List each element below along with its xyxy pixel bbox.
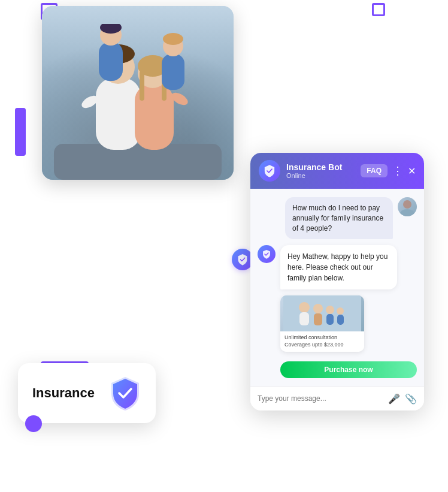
- microphone-icon[interactable]: 🎤: [388, 393, 400, 405]
- user-message-row: How much do I need to pay annually for f…: [258, 197, 417, 239]
- chat-insurance-image-card: Unlimited consultation Coverages upto $2…: [280, 295, 364, 351]
- svg-point-17: [403, 200, 411, 209]
- chat-messages-area: How much do I need to pay annually for f…: [250, 189, 424, 387]
- svg-rect-7: [140, 71, 144, 101]
- svg-rect-27: [337, 315, 344, 325]
- bot-name: Insurance Bot: [286, 162, 355, 172]
- svg-rect-9: [99, 42, 123, 81]
- shield-icon-container: [109, 375, 141, 411]
- bot-status: Online: [286, 172, 355, 179]
- insurance-card: Insurance: [18, 363, 156, 423]
- bot-message-avatar: [258, 245, 276, 263]
- faq-button[interactable]: FAQ: [361, 164, 388, 177]
- chat-header: Insurance Bot Online FAQ ⋮ ✕: [250, 153, 424, 189]
- family-silhouette-svg: [42, 24, 234, 180]
- svg-rect-21: [299, 312, 309, 325]
- chat-message-input[interactable]: [258, 394, 383, 403]
- svg-rect-1: [96, 78, 141, 150]
- chat-insurance-coverage: Coverages upto $23,000: [284, 342, 360, 349]
- chat-menu-button[interactable]: ⋮: [392, 165, 403, 176]
- bot-msg-shield-icon: [262, 249, 271, 259]
- user-message-text: How much do I need to pay annually for f…: [292, 204, 383, 233]
- purple-circle-accent: [25, 415, 42, 432]
- svg-point-22: [313, 304, 323, 313]
- chat-header-actions: FAQ ⋮ ✕: [361, 164, 416, 177]
- chat-close-button[interactable]: ✕: [408, 165, 416, 177]
- chat-insurance-image: [280, 295, 364, 331]
- svg-rect-0: [54, 144, 222, 180]
- bot-avatar-shield-icon: [237, 253, 249, 266]
- user-avatar-icon: [398, 197, 417, 216]
- user-avatar: [398, 197, 417, 216]
- bot-message-text: Hey Mathew, happy to help you here. Plea…: [287, 252, 388, 282]
- bot-message-row: Hey Mathew, happy to help you here. Plea…: [258, 245, 417, 289]
- attachment-icon[interactable]: 📎: [405, 393, 417, 405]
- insurance-label: Insurance: [32, 385, 95, 401]
- svg-rect-12: [162, 54, 184, 90]
- svg-rect-25: [326, 314, 334, 325]
- svg-point-18: [400, 209, 414, 216]
- svg-point-20: [299, 302, 310, 313]
- purple-rect-left: [15, 108, 26, 156]
- chat-input-area: 🎤 📎: [250, 387, 424, 410]
- shield-check-icon: [109, 376, 141, 410]
- svg-point-14: [163, 33, 183, 45]
- purchase-now-button[interactable]: Purchase now: [280, 361, 417, 378]
- bot-info: Insurance Bot Online: [286, 162, 355, 179]
- chat-insurance-family-svg: [283, 295, 361, 331]
- chat-widget: Insurance Bot Online FAQ ⋮ ✕ How much do…: [250, 153, 424, 410]
- chat-insurance-title: Unlimited consultation: [284, 334, 360, 342]
- bot-avatar: [259, 160, 280, 182]
- svg-rect-23: [314, 313, 322, 325]
- bot-message-bubble: Hey Mathew, happy to help you here. Plea…: [280, 245, 397, 289]
- svg-point-26: [337, 307, 344, 315]
- family-photo-card: [42, 6, 234, 180]
- svg-point-24: [326, 306, 334, 314]
- chat-insurance-info: Unlimited consultation Coverages upto $2…: [280, 331, 364, 351]
- family-photo-scene: [42, 6, 234, 180]
- svg-rect-19: [283, 295, 361, 331]
- user-message-bubble: How much do I need to pay annually for f…: [285, 197, 393, 239]
- bot-header-shield-icon: [263, 164, 276, 178]
- purple-accent-top-right: [372, 3, 385, 16]
